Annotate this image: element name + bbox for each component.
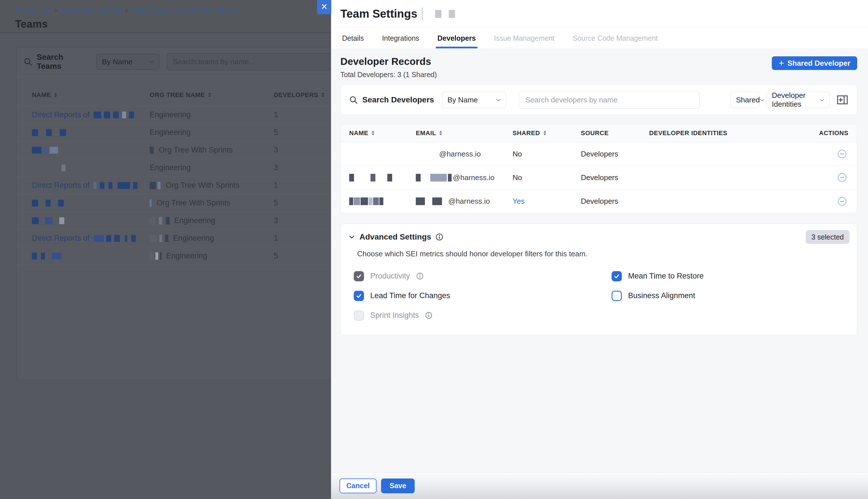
team-name-cell [32, 165, 150, 171]
developers-column-header-email[interactable]: EMAIL [416, 130, 513, 137]
tab-integrations[interactable]: Integrations [380, 28, 421, 48]
developer-identities-filter-select[interactable]: Developer Identities [767, 92, 830, 108]
developers-table-header: NAMEEMAILSHAREDSOURCEDEVELOPER IDENTITIE… [341, 124, 857, 142]
developer-row: @harness.ioNoDevelopers [341, 142, 857, 166]
developer-count-cell: 1 [274, 110, 331, 119]
org-tree-cell: Engineering [150, 163, 274, 172]
teams-column-header-developers[interactable]: DEVELOPERS [274, 91, 331, 99]
teams-by-name-select[interactable]: By Name [96, 54, 159, 70]
drawer-body: Developer Records Total Developers: 3 (1… [331, 48, 868, 472]
team-name-cell [32, 217, 150, 224]
breadcrumb-separator-icon: › [125, 6, 128, 14]
org-tree-cell: Org Tree With Sprints [150, 181, 274, 190]
table-row: Engineering5 [17, 247, 331, 265]
teams-card: Search Teams By Name NAMEORG TREE NAMEDE… [16, 47, 331, 380]
breadcrumb-organization[interactable]: Organization: default [61, 7, 121, 14]
redacted-text [150, 217, 172, 224]
redacted-text [416, 174, 451, 182]
add-column-icon[interactable] [836, 94, 848, 106]
developers-by-name-select[interactable]: By Name [442, 92, 506, 108]
developers-table-body: @harness.ioNoDevelopers@harness.ioNoDeve… [341, 142, 857, 213]
source-cell: Developers [581, 173, 649, 182]
developer-filters-card: Search Developers By Name Shared [340, 85, 857, 115]
checkbox-lead-time-for-changes[interactable] [354, 291, 364, 301]
advanced-settings-header[interactable]: Advanced Settings [341, 224, 857, 242]
redacted-text [32, 129, 66, 136]
checkbox-mean-time-to-restore[interactable] [612, 271, 622, 281]
metric-productivity: Productivity [354, 266, 612, 286]
drawer-tabs: DetailsIntegrationsDevelopersIssue Manag… [331, 28, 868, 48]
info-icon [436, 233, 443, 241]
teams-column-header-org-tree-name[interactable]: ORG TREE NAME [150, 91, 274, 99]
sort-icon [321, 93, 325, 97]
teams-search-input[interactable] [167, 53, 331, 70]
shared-cell[interactable]: Yes [513, 197, 581, 206]
table-row: Engineering5 [17, 124, 331, 142]
checkbox-productivity [354, 271, 364, 281]
team-link[interactable]: Direct Reports of [32, 110, 90, 119]
checkbox-business-alignment[interactable] [612, 291, 622, 301]
teams-page-background: Account: sei › Organization: default › P… [0, 0, 331, 499]
shared-filter-select[interactable]: Shared [731, 92, 760, 108]
source-cell: Developers [581, 197, 649, 206]
shared-cell: No [513, 150, 581, 158]
chevron-down-icon [496, 98, 501, 101]
developer-records-header: Developer Records Total Developers: 3 (1… [340, 56, 857, 79]
metric-label: Mean Time to Restore [628, 272, 704, 280]
remove-developer-icon[interactable] [836, 195, 848, 208]
redacted-text [94, 111, 134, 118]
chevron-down-icon [149, 60, 154, 63]
selected-count-badge: 3 selected [806, 230, 849, 244]
team-name-cell [32, 147, 150, 154]
developer-name-cell [349, 174, 416, 182]
developer-count-cell: 1 [274, 234, 331, 243]
close-icon[interactable]: × [317, 0, 331, 14]
developers-column-header-source: SOURCE [581, 130, 649, 137]
breadcrumb-account[interactable]: Account: sei [15, 7, 51, 14]
advanced-settings-card: Advanced Settings 3 selected Choose whic… [340, 223, 857, 335]
developers-column-header-shared[interactable]: SHARED [513, 130, 581, 137]
remove-developer-icon[interactable] [836, 148, 848, 160]
tab-source-code-management: Source Code Management [571, 28, 659, 48]
redacted-text [94, 182, 137, 189]
tab-details[interactable]: Details [340, 28, 365, 48]
team-name-cell: Direct Reports of [32, 234, 150, 243]
metric-label: Lead Time for Changes [370, 291, 450, 300]
breadcrumb-project[interactable]: Project: Sprint Insights Demo 26 Nov [132, 7, 239, 14]
search-icon [349, 96, 358, 104]
breadcrumb: Account: sei › Organization: default › P… [15, 6, 331, 14]
redacted-text [150, 252, 164, 260]
team-link[interactable]: Direct Reports of [32, 234, 90, 243]
developers-search-input[interactable] [519, 91, 700, 109]
team-name-cell: Direct Reports of [32, 110, 150, 119]
developer-email-cell: @harness.io [416, 150, 513, 158]
search-developers-label: Search Developers [349, 95, 434, 105]
plus-icon: + [779, 59, 784, 68]
metric-mean-time-to-restore: Mean Time to Restore [612, 266, 857, 286]
metric-lead-time-for-changes: Lead Time for Changes [354, 286, 612, 306]
developers-column-header-name[interactable]: NAME [349, 130, 416, 137]
teams-table-header: NAMEORG TREE NAMEDEVELOPERS [17, 76, 331, 106]
page-title: Teams [15, 18, 331, 30]
redacted-text [32, 200, 64, 207]
tab-developers[interactable]: Developers [436, 28, 478, 48]
shared-cell: No [513, 173, 581, 182]
org-tree-cell: Engineering [150, 110, 274, 119]
remove-developer-icon[interactable] [836, 171, 848, 184]
redacted-text [32, 217, 64, 224]
redacted-text [32, 253, 61, 259]
developer-row: @harness.ioNoDevelopers [341, 166, 857, 190]
cancel-button[interactable]: Cancel [339, 478, 376, 493]
sort-icon [208, 93, 212, 97]
redacted-text [435, 10, 455, 18]
shared-developer-button[interactable]: + Shared Developer [772, 56, 857, 70]
developer-count-cell: 5 [274, 128, 331, 137]
sort-icon [54, 93, 58, 97]
developer-records-title: Developer Records [340, 56, 437, 67]
teams-page-header: Account: sei › Organization: default › P… [0, 0, 331, 33]
drawer-footer: Cancel Save [331, 472, 868, 499]
save-button[interactable]: Save [381, 478, 415, 493]
team-name-cell [32, 253, 150, 259]
team-link[interactable]: Direct Reports of [32, 181, 90, 190]
teams-column-header-name[interactable]: NAME [32, 91, 150, 99]
